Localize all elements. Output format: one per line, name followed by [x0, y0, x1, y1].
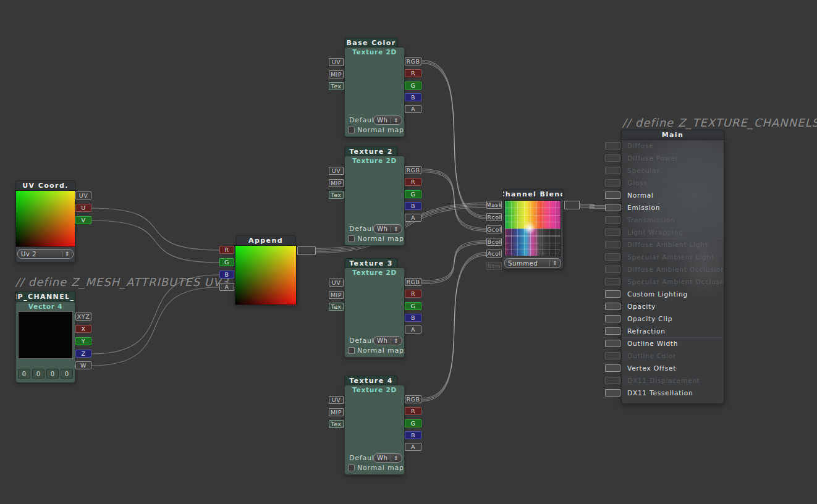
- texture-2-port-b[interactable]: B: [405, 202, 421, 210]
- texture-4-default-dropdown[interactable]: White⇕: [373, 453, 402, 463]
- texture-4-port-rgb[interactable]: RGB: [405, 395, 421, 403]
- channel-blend-port-mask[interactable]: Mask: [486, 201, 502, 209]
- append-port-r[interactable]: R: [219, 246, 234, 254]
- base-color-port-b[interactable]: B: [405, 93, 421, 101]
- main-port-out[interactable]: [605, 216, 620, 224]
- channel-blend-port-gcol[interactable]: Gcol: [486, 225, 502, 233]
- main-input-emission[interactable]: Emission: [622, 201, 723, 214]
- texture-3-normal-map-checkbox[interactable]: [348, 347, 355, 354]
- channel-blend-port-bcol[interactable]: Bcol: [486, 238, 502, 246]
- mp-channel-port-w[interactable]: W: [75, 361, 91, 369]
- node-texture-4-title[interactable]: Texture 4: [345, 376, 397, 385]
- node-texture-2-title[interactable]: Texture 2: [345, 146, 397, 156]
- uv-coord-uv-channel-dropdown[interactable]: Uv 2⇕: [17, 249, 74, 259]
- node-texture-3-title[interactable]: Texture 3: [345, 258, 397, 267]
- node-canvas[interactable]: UV Coord.UVUVUv 2⇕MP_CHANNEL_UVector 4XY…: [0, 0, 817, 504]
- uv-coord-port-u[interactable]: U: [75, 204, 91, 212]
- texture-4-port-uv[interactable]: UV: [329, 396, 344, 404]
- main-port-out[interactable]: [605, 154, 620, 162]
- main-port-out[interactable]: [605, 278, 620, 285]
- append-port-a[interactable]: A: [219, 283, 234, 291]
- base-color-normal-map-checkbox[interactable]: [348, 127, 355, 133]
- main-input-normal[interactable]: Normal: [622, 189, 723, 201]
- main-port-out[interactable]: [605, 352, 620, 359]
- texture-2-port-uv[interactable]: UV: [329, 167, 344, 175]
- texture-2-default-dropdown[interactable]: White⇕: [373, 224, 402, 233]
- main-port-out[interactable]: [605, 364, 620, 372]
- main-port-out[interactable]: [605, 191, 620, 199]
- main-input-dx11-tessellation[interactable]: DX11 Tessellation: [622, 387, 723, 399]
- texture-4-port-g[interactable]: G: [405, 419, 421, 427]
- texture-4-port-tex[interactable]: Tex: [329, 420, 344, 428]
- texture-3-port-r[interactable]: R: [405, 290, 421, 298]
- main-port-out[interactable]: [605, 389, 620, 397]
- mp-channel-port-x[interactable]: X: [75, 325, 91, 333]
- node-main-title[interactable]: Main: [621, 130, 724, 140]
- texture-4-port-mip[interactable]: MIP: [329, 408, 344, 416]
- main-input-vertex-offset[interactable]: Vertex Offset: [622, 362, 723, 374]
- texture-2-port-g[interactable]: G: [405, 190, 421, 198]
- base-color-port-g[interactable]: G: [405, 82, 421, 90]
- mp-channel-port-z[interactable]: Z: [75, 350, 91, 358]
- channel-blend-blend-mode-dropdown[interactable]: Summed⇕: [504, 258, 561, 268]
- texture-3-default-dropdown[interactable]: White⇕: [373, 336, 402, 345]
- main-port-out[interactable]: [605, 204, 620, 211]
- mp-channel-port-y[interactable]: Y: [75, 337, 91, 345]
- channel-blend-port-rcol[interactable]: Rcol: [486, 213, 502, 221]
- main-port-out[interactable]: [605, 142, 620, 149]
- main-port-out[interactable]: [605, 241, 620, 248]
- node-uv-coord-title[interactable]: UV Coord.: [15, 180, 75, 190]
- main-port-out[interactable]: [605, 327, 620, 335]
- main-input-opacity[interactable]: Opacity: [622, 300, 723, 313]
- append-port-g[interactable]: G: [219, 258, 234, 266]
- main-input-refraction[interactable]: Refraction: [622, 325, 723, 337]
- texture-3-port-a[interactable]: A: [405, 326, 421, 334]
- node-channel-blend-title[interactable]: Channel Blend: [502, 189, 563, 199]
- texture-4-normal-map-checkbox[interactable]: [348, 464, 355, 471]
- mp-channel-component-input-2[interactable]: 0: [46, 369, 59, 379]
- main-port-out[interactable]: [605, 253, 620, 261]
- main-port-out[interactable]: [605, 167, 620, 174]
- texture-4-port-b[interactable]: B: [405, 431, 421, 439]
- texture-3-port-tex[interactable]: Tex: [329, 303, 344, 311]
- append-port-b[interactable]: B: [219, 271, 234, 279]
- main-input-opacity-clip[interactable]: Opacity Clip: [622, 313, 723, 325]
- base-color-port-uv[interactable]: UV: [329, 58, 344, 66]
- texture-3-port-mip[interactable]: MIP: [329, 291, 344, 299]
- main-input-custom-lighting[interactable]: Custom Lighting: [622, 288, 723, 300]
- texture-2-normal-map-checkbox[interactable]: [348, 235, 355, 242]
- texture-2-port-rgb[interactable]: RGB: [405, 166, 421, 174]
- main-port-out[interactable]: [605, 303, 620, 310]
- base-color-default-dropdown[interactable]: White⇕: [373, 116, 402, 125]
- node-mp-channel-title[interactable]: MP_CHANNEL_U: [15, 291, 75, 301]
- base-color-port-rgb[interactable]: RGB: [405, 57, 421, 65]
- mp-channel-component-input-1[interactable]: 0: [32, 369, 44, 379]
- channel-blend-port-acol[interactable]: Acol: [486, 250, 502, 258]
- texture-3-port-rgb[interactable]: RGB: [405, 278, 421, 286]
- main-port-out[interactable]: [605, 229, 620, 236]
- main-input-outline-width[interactable]: Outline Width: [622, 337, 723, 350]
- uv-coord-port-uv[interactable]: UV: [75, 191, 91, 200]
- main-port-out[interactable]: [605, 315, 620, 322]
- main-port-out[interactable]: [605, 340, 620, 347]
- main-port-out[interactable]: [605, 266, 620, 273]
- texture-3-port-g[interactable]: G: [405, 302, 421, 310]
- uv-coord-port-v[interactable]: V: [75, 216, 91, 224]
- texture-2-port-mip[interactable]: MIP: [329, 179, 344, 187]
- texture-4-port-r[interactable]: R: [405, 407, 421, 415]
- base-color-port-a[interactable]: A: [405, 105, 421, 113]
- mp-channel-component-input-3[interactable]: 0: [61, 369, 73, 379]
- append-port-out[interactable]: [297, 246, 316, 255]
- texture-4-port-a[interactable]: A: [405, 443, 421, 451]
- base-color-port-mip[interactable]: MIP: [329, 70, 344, 78]
- texture-3-port-b[interactable]: B: [405, 314, 421, 322]
- main-port-out[interactable]: [605, 377, 620, 384]
- node-append-title[interactable]: Append: [236, 235, 295, 245]
- base-color-port-r[interactable]: R: [405, 69, 421, 77]
- mp-channel-component-input-0[interactable]: 0: [18, 369, 30, 379]
- channel-blend-port-out[interactable]: [564, 201, 580, 209]
- texture-2-port-tex[interactable]: Tex: [329, 191, 344, 199]
- node-base-color-title[interactable]: Base Color: [345, 38, 397, 47]
- base-color-port-tex[interactable]: Tex: [329, 82, 344, 90]
- texture-3-port-uv[interactable]: UV: [329, 279, 344, 287]
